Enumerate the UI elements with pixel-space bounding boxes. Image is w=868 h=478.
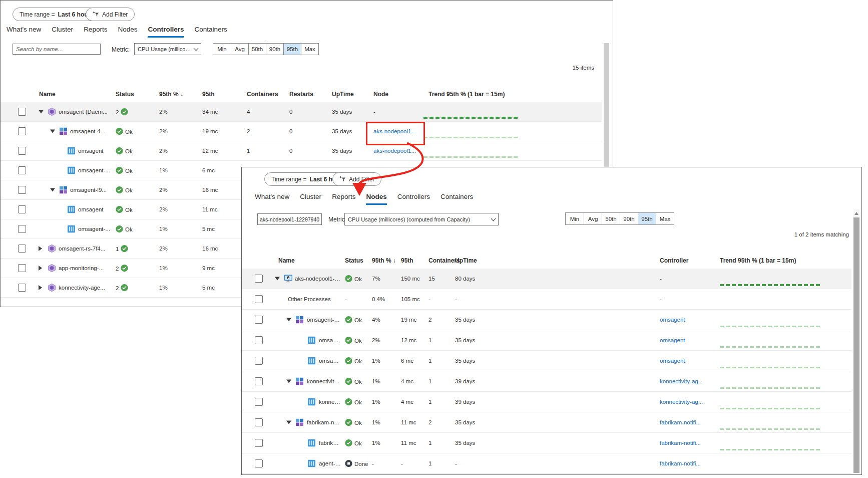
controller-link[interactable]: konnectivity-ag... [660, 378, 703, 384]
row-checkbox[interactable] [18, 186, 26, 194]
table-row[interactable]: fabrikam-notifier-aks-javaOk1%11 mc135 d… [242, 433, 851, 453]
cell-name: agent-init [319, 460, 342, 466]
expand-caret-icon[interactable] [39, 266, 42, 271]
table-row[interactable]: konnectivity-agentOk1%4 mc139 dayskonnec… [242, 392, 851, 412]
controller-link[interactable]: konnectivity-ag... [660, 399, 703, 405]
column-header-name[interactable]: Name [278, 257, 295, 264]
percentile-50th-button[interactable]: 50th [602, 213, 620, 224]
controller-link[interactable]: omsagent [660, 337, 685, 343]
row-checkbox[interactable] [18, 225, 26, 233]
column-header-uptime[interactable]: UpTime [332, 91, 354, 98]
column-header-95th[interactable]: 95th [401, 257, 413, 264]
percentile-90th-button[interactable]: 90th [620, 213, 638, 224]
tab-containers[interactable]: Containers [194, 26, 227, 38]
percentile-95th-button[interactable]: 95th [638, 213, 656, 224]
percentile-selector: MinAvg50th90th95thMax [565, 212, 674, 225]
row-checkbox[interactable] [255, 439, 263, 447]
controller-icon [48, 264, 56, 273]
table-row[interactable]: konnectivity-agent-55b7d...Ok1%4 mc139 d… [242, 371, 851, 392]
collapse-caret-icon[interactable] [286, 421, 291, 424]
collapse-caret-icon[interactable] [50, 130, 55, 133]
percentile-min-button[interactable]: Min [566, 213, 584, 224]
row-checkbox[interactable] [18, 147, 26, 155]
table-row[interactable]: Other Processes-0.4%105 mc--- [242, 289, 851, 310]
add-filter-button[interactable]: Add Filter [86, 8, 135, 21]
column-header-status[interactable]: Status [116, 91, 134, 98]
table-row[interactable]: fabrikam-notifier-aks-java...Ok1%11 mc23… [242, 412, 851, 433]
percentile-90th-button[interactable]: 90th [266, 44, 283, 55]
row-checkbox[interactable] [18, 127, 26, 135]
percentile-95th-button[interactable]: 95th [283, 44, 301, 55]
tab-cluster[interactable]: Cluster [300, 193, 321, 205]
row-checkbox[interactable] [18, 205, 26, 213]
collapse-caret-icon[interactable] [286, 318, 291, 322]
percentile-50th-button[interactable]: 50th [248, 44, 266, 55]
column-header-status[interactable]: Status [345, 257, 363, 264]
table-row[interactable]: aks-nodepool1-12297940-vms...Ok7%150 mc1… [242, 269, 851, 289]
collapse-caret-icon[interactable] [39, 110, 44, 114]
row-checkbox[interactable] [255, 418, 263, 426]
row-checkbox[interactable] [255, 316, 263, 324]
table-row[interactable]: agent-initDone--1-fabrikam-notifi... [242, 453, 851, 474]
tab-nodes[interactable]: Nodes [118, 26, 137, 38]
percentile-max-button[interactable]: Max [301, 44, 318, 55]
column-header-95th[interactable]: 95th [202, 91, 215, 98]
row-checkbox[interactable] [255, 459, 263, 467]
column-header-95th[interactable]: 95th % ↓ [159, 91, 183, 98]
table-row[interactable]: omsagentOk2%12 mc1035 daysaks-nodepool1.… [1, 141, 602, 161]
row-checkbox[interactable] [18, 284, 26, 292]
column-header-restarts[interactable]: Restarts [289, 91, 313, 98]
table-row[interactable]: omsagent-prometheusOk1%6 mc135 daysomsag… [242, 351, 851, 371]
column-header-uptime[interactable]: UpTime [455, 257, 477, 264]
column-header-controller[interactable]: Controller [660, 257, 688, 264]
collapse-caret-icon[interactable] [286, 380, 291, 383]
expand-caret-icon[interactable] [39, 246, 42, 251]
controller-link[interactable]: fabrikam-notifi... [660, 419, 701, 425]
scrollbar-up-arrow[interactable] [853, 209, 859, 217]
metric-dropdown[interactable]: CPU Usage (millicores) [134, 43, 201, 55]
cell-p95: 11 mc [401, 440, 416, 446]
row-checkbox[interactable] [18, 245, 26, 253]
controller-link[interactable]: omsagent [660, 317, 685, 323]
row-checkbox[interactable] [18, 166, 26, 174]
row-checkbox[interactable] [255, 398, 263, 406]
row-checkbox[interactable] [255, 295, 263, 303]
percentile-min-button[interactable]: Min [213, 44, 231, 55]
percentile-avg-button[interactable]: Avg [231, 44, 248, 55]
percentile-avg-button[interactable]: Avg [584, 213, 602, 224]
ok-status-icon [116, 225, 123, 233]
row-checkbox[interactable] [255, 377, 263, 385]
search-input[interactable] [13, 44, 101, 55]
column-header-trend-95th-1-bar-15m[interactable]: Trend 95th % (1 bar = 15m) [720, 257, 796, 264]
collapse-caret-icon[interactable] [275, 277, 280, 281]
tab-what-s-new[interactable]: What's new [255, 193, 289, 205]
tab-controllers[interactable]: Controllers [148, 26, 184, 38]
column-header-95th[interactable]: 95th % ↓ [372, 257, 396, 264]
table-row[interactable]: omsagentOk2%12 mc135 daysomsagent [242, 330, 851, 351]
items-count: 1 of 2 items matching [794, 231, 849, 237]
column-header-containers[interactable]: Containers [247, 91, 278, 98]
tab-reports[interactable]: Reports [84, 26, 107, 38]
percentile-max-button[interactable]: Max [656, 213, 674, 224]
row-checkbox[interactable] [255, 275, 263, 283]
controller-link[interactable]: fabrikam-notifi... [660, 460, 701, 466]
row-checkbox[interactable] [255, 357, 263, 365]
vertical-scrollbar[interactable] [853, 217, 859, 473]
row-checkbox[interactable] [255, 336, 263, 344]
node-filter-input[interactable] [257, 213, 322, 225]
controller-link[interactable]: omsagent [660, 358, 685, 364]
controller-link[interactable]: fabrikam-notifi... [660, 440, 701, 446]
metric-dropdown[interactable]: CPU Usage (millicores) (computed from Ca… [344, 213, 499, 225]
expand-caret-icon[interactable] [39, 285, 42, 290]
column-header-node[interactable]: Node [373, 91, 388, 98]
collapse-caret-icon[interactable] [50, 188, 55, 192]
row-checkbox[interactable] [18, 108, 26, 116]
table-row[interactable]: omsagent-4...Ok2%19 mc2035 daysaks-nodep… [1, 122, 602, 141]
tab-what-s-new[interactable]: What's new [7, 26, 41, 38]
table-row[interactable]: omsagent (Daem...22%34 mc4035 days- [1, 102, 602, 122]
table-row[interactable]: omsagent-4hfrjOk4%19 mc235 daysomsagent [242, 310, 851, 330]
tab-cluster[interactable]: Cluster [52, 26, 73, 38]
column-header-name[interactable]: Name [39, 91, 56, 98]
column-header-trend-95th-1-bar-15m[interactable]: Trend 95th % (1 bar = 15m) [428, 91, 505, 98]
row-checkbox[interactable] [18, 264, 26, 272]
